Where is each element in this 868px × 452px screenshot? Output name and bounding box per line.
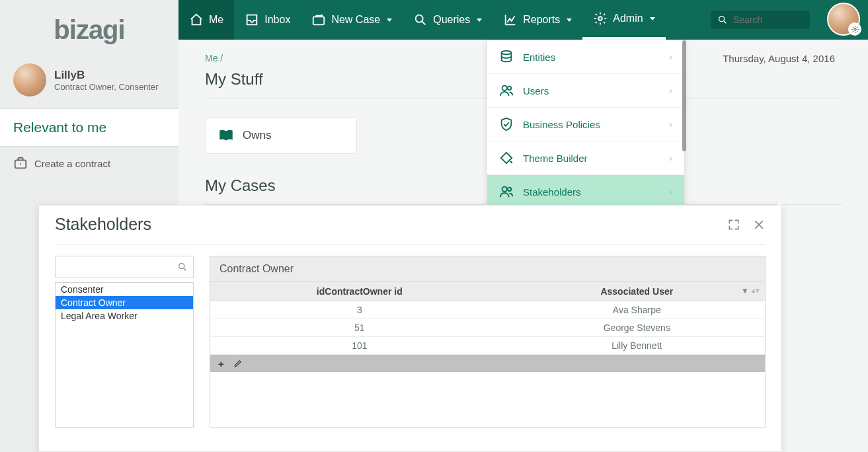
chevron-down-icon <box>650 17 655 20</box>
topbar: Me Inbox New Case Queries Reports Admin <box>178 0 868 40</box>
book-icon <box>217 127 235 144</box>
home-icon <box>189 13 204 27</box>
dd-label: Stakeholders <box>523 186 581 198</box>
owns-card[interactable]: Owns <box>205 117 357 154</box>
chart-icon <box>503 13 518 27</box>
logo-text: bizagi <box>54 15 124 45</box>
nav-label: Admin <box>613 13 643 24</box>
scrollbar[interactable] <box>682 40 686 151</box>
users-icon <box>499 83 514 98</box>
newcase-icon <box>311 13 326 27</box>
user-role: Contract Owner, Consenter <box>54 82 159 92</box>
chevron-down-icon <box>567 19 572 22</box>
stakeholders-icon <box>499 184 514 199</box>
nav-admin[interactable]: Admin <box>582 0 665 40</box>
date-label: Thursday, August 4, 2016 <box>723 53 835 64</box>
panel-title: Stakeholders <box>55 215 151 234</box>
sidebar-item-create-contract[interactable]: Create a contract <box>0 147 178 180</box>
nav-queries[interactable]: Queries <box>403 0 493 40</box>
role-search[interactable] <box>55 256 194 278</box>
sort-icon[interactable]: ▴▾ <box>752 286 760 295</box>
breadcrumb-seg[interactable]: Me <box>205 53 217 63</box>
database-icon <box>499 50 514 64</box>
admin-item-users[interactable]: Users › <box>487 74 684 108</box>
search-box[interactable] <box>711 11 810 29</box>
svg-point-11 <box>179 264 184 269</box>
admin-item-theme[interactable]: Theme Builder › <box>487 141 684 175</box>
search-icon <box>177 262 188 272</box>
inbox-icon <box>245 13 259 27</box>
dd-label: Entities <box>523 52 555 63</box>
table-title: Contract Owner <box>210 256 765 282</box>
expand-icon[interactable] <box>727 218 740 231</box>
briefcase-icon <box>13 156 28 170</box>
nav-label: New Case <box>331 14 380 26</box>
sidebar-item-relevant[interactable]: Relevant to me <box>0 108 178 147</box>
table-row[interactable]: 101Lilly Bennett <box>210 337 765 355</box>
search-icon <box>717 15 728 25</box>
nav-label: Queries <box>433 14 470 26</box>
table-row[interactable]: 51George Stevens <box>210 319 765 337</box>
admin-dropdown: Entities › Users › Business Policies › T… <box>487 40 685 209</box>
chevron-down-icon <box>477 19 482 22</box>
svg-rect-1 <box>313 17 325 24</box>
admin-item-policies[interactable]: Business Policies › <box>487 108 684 141</box>
svg-point-5 <box>853 28 855 30</box>
paint-icon <box>499 151 514 165</box>
svg-point-9 <box>502 187 507 192</box>
search-icon <box>413 13 428 27</box>
nav-label: Me <box>209 14 223 26</box>
chevron-right-icon: › <box>669 85 672 96</box>
role-item-contract-owner[interactable]: Contract Owner <box>56 296 193 309</box>
table-footer: + <box>210 355 765 372</box>
close-icon[interactable] <box>752 218 766 231</box>
chevron-down-icon <box>387 19 392 22</box>
chevron-right-icon: › <box>669 119 672 130</box>
sidebar-item-label: Relevant to me <box>13 120 106 135</box>
user-card[interactable]: LillyB Contract Owner, Consenter <box>0 59 178 108</box>
edit-icon[interactable] <box>233 359 243 368</box>
dd-label: Business Policies <box>523 119 600 130</box>
filter-icon[interactable]: ▼ <box>741 286 749 295</box>
chevron-right-icon: › <box>669 186 672 197</box>
svg-point-2 <box>416 15 423 22</box>
logo: bizagi <box>0 0 178 59</box>
role-item-legal[interactable]: Legal Area Worker <box>56 309 193 322</box>
shield-icon <box>499 117 514 132</box>
table-row[interactable]: 3Ava Sharpe <box>210 301 765 319</box>
stakeholders-panel: Stakeholders Consenter Contract Owner Le… <box>38 205 782 452</box>
nav-newcase[interactable]: New Case <box>301 0 403 40</box>
col-id[interactable]: idContractOwner id <box>210 282 509 301</box>
dd-label: Users <box>523 85 549 96</box>
nav-label: Inbox <box>264 14 290 26</box>
nav-label: Reports <box>523 14 560 26</box>
dd-label: Theme Builder <box>523 153 588 164</box>
role-item-consenter[interactable]: Consenter <box>56 283 193 296</box>
nav: Me Inbox New Case Queries Reports Admin <box>178 0 666 40</box>
admin-item-entities[interactable]: Entities › <box>487 40 684 74</box>
col-user[interactable]: Associated User ▼ ▴▾ <box>509 282 765 301</box>
chevron-right-icon: › <box>669 153 672 163</box>
user-name: LillyB <box>54 69 159 82</box>
add-row-button[interactable]: + <box>218 358 224 369</box>
svg-point-4 <box>719 17 725 22</box>
admin-item-stakeholders[interactable]: Stakeholders › <box>487 175 684 208</box>
sidebar-item-label: Create a contract <box>34 158 110 169</box>
svg-point-8 <box>508 87 512 91</box>
nav-inbox[interactable]: Inbox <box>234 0 301 40</box>
breadcrumb-sep: / <box>220 53 223 63</box>
role-list: Consenter Contract Owner Legal Area Work… <box>55 256 194 428</box>
svg-point-10 <box>508 188 512 192</box>
owns-label: Owns <box>243 129 271 142</box>
svg-point-3 <box>599 17 603 20</box>
chevron-right-icon: › <box>669 52 672 62</box>
gear-icon <box>593 11 608 26</box>
settings-badge[interactable] <box>848 22 861 36</box>
search-input[interactable] <box>733 15 803 25</box>
owner-table: Contract Owner idContractOwner id Associ… <box>210 256 766 428</box>
gear-icon <box>851 25 859 34</box>
nav-reports[interactable]: Reports <box>493 0 582 40</box>
svg-point-7 <box>502 86 507 91</box>
nav-me[interactable]: Me <box>178 0 234 40</box>
avatar <box>13 63 46 96</box>
